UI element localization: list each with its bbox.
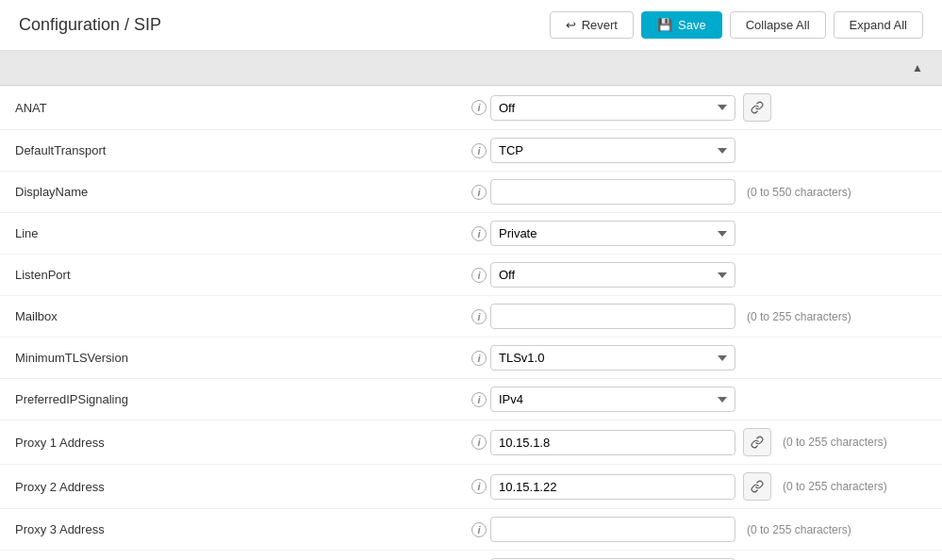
input-display-name[interactable]: [490, 179, 735, 205]
page-title: Configuration / SIP: [19, 15, 161, 35]
row-label-display-name: DisplayName: [15, 185, 468, 199]
info-icon-proxy-2-address[interactable]: i: [468, 479, 490, 494]
info-icon-line[interactable]: i: [468, 226, 490, 241]
row-label-default-transport: DefaultTransport: [15, 143, 468, 157]
row-label-proxy-1-address: Proxy 1 Address: [15, 436, 468, 450]
row-control-display-name: (0 to 550 characters): [490, 179, 927, 205]
row-control-preferred-ip-signaling: IPv4IPv6: [490, 387, 927, 412]
config-row-listen-port: ListenPortiOffOn: [0, 255, 942, 296]
row-label-listen-port: ListenPort: [15, 268, 468, 282]
select-anat[interactable]: OffOn: [490, 95, 735, 121]
row-control-listen-port: OffOn: [490, 262, 927, 288]
expand-all-button[interactable]: Expand All: [834, 11, 923, 39]
config-row-anat: ANATiOffOn: [0, 86, 942, 130]
info-circle[interactable]: i: [471, 185, 487, 200]
info-circle[interactable]: i: [471, 143, 487, 158]
info-circle[interactable]: i: [471, 435, 487, 450]
link-button-anat[interactable]: [743, 93, 771, 122]
info-circle[interactable]: i: [471, 100, 487, 115]
config-row-preferred-ip-signaling: PreferredIPSignalingiIPv4IPv6: [0, 379, 942, 420]
hint-display-name: (0 to 550 characters): [747, 186, 851, 199]
config-row-proxy-2-address: Proxy 2 Addressi(0 to 255 characters): [0, 465, 942, 509]
info-icon-minimum-tls-version[interactable]: i: [468, 351, 490, 366]
info-circle[interactable]: i: [471, 392, 487, 407]
info-circle[interactable]: i: [471, 479, 487, 494]
config-row-default-transport: DefaultTransportiTCPUDPTLS: [0, 130, 942, 172]
save-button[interactable]: 💾 Save: [641, 11, 722, 39]
row-control-proxy-3-address: (0 to 255 characters): [490, 517, 927, 542]
row-control-minimum-tls-version: TLSv1.0TLSv1.1TLSv1.2: [490, 345, 927, 371]
info-circle[interactable]: i: [471, 226, 487, 241]
revert-icon: ↩: [566, 18, 576, 32]
info-icon-mailbox[interactable]: i: [468, 309, 490, 324]
row-label-mailbox: Mailbox: [15, 309, 468, 323]
row-label-proxy-3-address: Proxy 3 Address: [15, 522, 468, 536]
input-proxy-2-address[interactable]: [490, 474, 735, 500]
config-row-proxy-3-address: Proxy 3 Addressi(0 to 255 characters): [0, 509, 942, 551]
info-circle[interactable]: i: [471, 351, 487, 366]
save-icon: 💾: [657, 18, 672, 32]
row-control-anat: OffOn: [490, 93, 927, 122]
info-circle[interactable]: i: [471, 522, 487, 537]
revert-button[interactable]: ↩ Revert: [550, 11, 634, 39]
info-icon-default-transport[interactable]: i: [468, 143, 490, 158]
info-icon-listen-port[interactable]: i: [468, 268, 490, 283]
link-button-proxy-2-address[interactable]: [743, 472, 771, 501]
section-header: ▲: [0, 51, 942, 86]
row-label-minimum-tls-version: MinimumTLSVersion: [15, 351, 468, 365]
config-row-proxy-4-address: Proxy 4 Addressi(0 to 255 characters): [0, 551, 942, 560]
row-label-anat: ANAT: [15, 101, 468, 115]
input-mailbox[interactable]: [490, 304, 735, 329]
select-line[interactable]: PrivatePublic: [490, 221, 735, 246]
config-row-display-name: DisplayNamei(0 to 550 characters): [0, 172, 942, 213]
select-listen-port[interactable]: OffOn: [490, 262, 735, 288]
select-default-transport[interactable]: TCPUDPTLS: [490, 138, 735, 163]
header-buttons: ↩ Revert 💾 Save Collapse All Expand All: [550, 11, 923, 39]
row-label-proxy-2-address: Proxy 2 Address: [15, 480, 468, 494]
config-row-mailbox: Mailboxi(0 to 255 characters): [0, 296, 942, 338]
info-icon-proxy-3-address[interactable]: i: [468, 522, 490, 537]
row-control-default-transport: TCPUDPTLS: [490, 138, 927, 163]
row-label-preferred-ip-signaling: PreferredIPSignaling: [15, 392, 468, 406]
link-button-proxy-1-address[interactable]: [743, 428, 771, 456]
select-minimum-tls-version[interactable]: TLSv1.0TLSv1.1TLSv1.2: [490, 345, 735, 371]
info-icon-display-name[interactable]: i: [468, 185, 490, 200]
hint-mailbox: (0 to 255 characters): [747, 310, 851, 323]
info-icon-preferred-ip-signaling[interactable]: i: [468, 392, 490, 407]
hint-proxy-2-address: (0 to 255 characters): [783, 480, 887, 493]
hint-proxy-3-address: (0 to 255 characters): [747, 523, 851, 536]
row-control-proxy-1-address: (0 to 255 characters): [490, 428, 927, 456]
info-circle[interactable]: i: [471, 309, 487, 324]
input-proxy-3-address[interactable]: [490, 517, 735, 542]
collapse-arrow[interactable]: ▲: [908, 58, 927, 77]
select-preferred-ip-signaling[interactable]: IPv4IPv6: [490, 387, 735, 412]
config-content: ANATiOffOnDefaultTransportiTCPUDPTLSDisp…: [0, 86, 942, 560]
config-row-proxy-1-address: Proxy 1 Addressi(0 to 255 characters): [0, 420, 942, 465]
page-header: Configuration / SIP ↩ Revert 💾 Save Coll…: [0, 0, 942, 51]
config-row-line: LineiPrivatePublic: [0, 213, 942, 255]
info-icon-proxy-1-address[interactable]: i: [468, 435, 490, 450]
row-control-mailbox: (0 to 255 characters): [490, 304, 927, 329]
collapse-all-button[interactable]: Collapse All: [730, 11, 826, 39]
input-proxy-1-address[interactable]: [490, 430, 735, 455]
row-label-line: Line: [15, 226, 468, 240]
config-row-minimum-tls-version: MinimumTLSVersioniTLSv1.0TLSv1.1TLSv1.2: [0, 338, 942, 379]
page-wrapper: Configuration / SIP ↩ Revert 💾 Save Coll…: [0, 0, 942, 560]
row-control-proxy-2-address: (0 to 255 characters): [490, 472, 927, 501]
info-icon-anat[interactable]: i: [468, 100, 490, 115]
info-circle[interactable]: i: [471, 268, 487, 283]
row-control-line: PrivatePublic: [490, 221, 927, 246]
hint-proxy-1-address: (0 to 255 characters): [783, 436, 887, 449]
